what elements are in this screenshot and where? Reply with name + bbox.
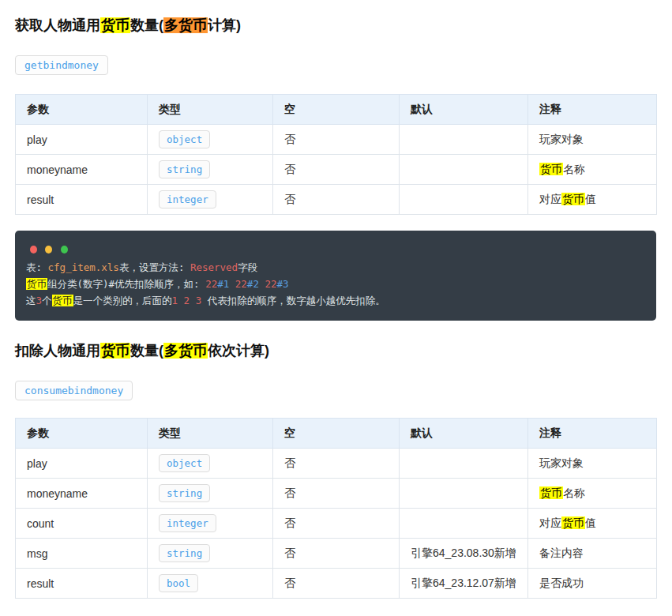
title-text: 扣除人物通用	[15, 343, 100, 359]
table-header-row: 参数 类型 空 默认 注释	[16, 419, 657, 449]
params-table-1: 参数 类型 空 默认 注释 play object 否 玩家对象 moneyna…	[15, 94, 657, 215]
title-text: 获取人物通用	[15, 17, 100, 33]
param-name: msg	[16, 539, 148, 569]
highlight-yellow: 货币	[100, 343, 130, 359]
highlight-yellow: 货币	[561, 193, 585, 205]
param-nullable: 否	[273, 155, 400, 185]
param-nullable: 否	[273, 479, 400, 509]
param-name: moneyname	[16, 479, 148, 509]
table-row: result bool 否 引擎64_23.12.07新增 是否成功	[16, 569, 657, 599]
table-row: moneyname string 否 货币名称	[16, 155, 657, 185]
param-comment: 货币名称	[528, 155, 657, 185]
window-dots	[30, 242, 644, 250]
title-text: 数量(	[130, 343, 163, 359]
param-nullable: 否	[273, 539, 400, 569]
type-badge: object	[159, 454, 210, 472]
highlight-yellow: 货币	[52, 295, 73, 306]
table-header-row: 参数 类型 空 默认 注释	[16, 95, 657, 125]
param-comment: 备注内容	[528, 539, 657, 569]
param-type-cell: object	[148, 125, 273, 155]
param-comment: 对应货币值	[528, 185, 657, 215]
api-name-tag-getbindmoney: getbindmoney	[15, 55, 108, 75]
param-default: 引擎64_23.12.07新增	[400, 569, 528, 599]
table-row: play object 否 玩家对象	[16, 125, 657, 155]
param-default	[400, 509, 528, 539]
param-name: play	[16, 449, 148, 479]
param-default	[400, 125, 528, 155]
table-row: play object 否 玩家对象	[16, 449, 657, 479]
param-type-cell: integer	[148, 185, 273, 215]
param-default: 引擎64_23.08.30新增	[400, 539, 528, 569]
param-type-cell: string	[148, 539, 273, 569]
window-dot-yellow-icon	[45, 246, 52, 254]
param-name: result	[16, 569, 148, 599]
type-badge: string	[159, 484, 210, 502]
title-text: 依次计算)	[208, 343, 269, 359]
col-header-type: 类型	[148, 95, 273, 125]
type-badge: string	[159, 160, 210, 178]
params-table-2: 参数 类型 空 默认 注释 play object 否 玩家对象 moneyna…	[15, 418, 657, 599]
param-default	[400, 155, 528, 185]
window-dot-red-icon	[30, 246, 37, 254]
highlight-yellow: 货币	[100, 17, 130, 33]
param-nullable: 否	[273, 449, 400, 479]
param-type-cell: integer	[148, 509, 273, 539]
col-header-nullable: 空	[273, 95, 400, 125]
table-row: count integer 否 对应货币值	[16, 509, 657, 539]
type-badge: integer	[159, 190, 216, 208]
code-line-3: 这3个货币是一个类别的，后面的1 2 3 代表扣除的顺序，数字越小越优先扣除。	[26, 292, 644, 309]
param-comment: 玩家对象	[528, 125, 657, 155]
col-header-nullable: 空	[273, 419, 400, 449]
param-nullable: 否	[273, 125, 400, 155]
highlight-orange: 多货币	[163, 17, 208, 33]
col-header-default: 默认	[400, 95, 528, 125]
param-comment: 是否成功	[528, 569, 657, 599]
param-comment: 玩家对象	[528, 449, 657, 479]
table-row: msg string 否 引擎64_23.08.30新增 备注内容	[16, 539, 657, 569]
highlight-yellow: 货币	[561, 516, 585, 529]
highlight-yellow: 货币	[26, 278, 47, 290]
section1-title: 获取人物通用货币数量(多货币计算)	[15, 16, 657, 35]
table-row: moneyname string 否 货币名称	[16, 479, 657, 509]
section2-title: 扣除人物通用货币数量(多货币依次计算)	[15, 341, 657, 360]
code-line-1: 表: cfg_item.xls表，设置方法: Reserved字段	[26, 259, 644, 276]
param-name: result	[16, 185, 148, 215]
col-header-default: 默认	[400, 419, 528, 449]
param-nullable: 否	[273, 185, 400, 215]
param-default	[400, 185, 528, 215]
api-name-tag-consumebindmoney: consumebindmoney	[15, 381, 133, 400]
highlight-yellow: 货币	[539, 163, 563, 175]
table-row: result integer 否 对应货币值	[16, 185, 657, 215]
param-type-cell: string	[148, 479, 273, 509]
param-default	[400, 479, 528, 509]
type-badge: integer	[159, 514, 216, 532]
col-header-comment: 注释	[528, 419, 657, 449]
param-default	[400, 449, 528, 479]
param-type-cell: string	[148, 155, 273, 185]
param-type-cell: bool	[148, 569, 273, 599]
type-badge: bool	[159, 574, 198, 592]
highlight-yellow: 货币	[539, 486, 563, 499]
window-dot-green-icon	[61, 246, 68, 254]
code-note-block: 表: cfg_item.xls表，设置方法: Reserved字段 货币组分类(…	[15, 231, 656, 321]
title-text: 数量(	[130, 17, 163, 33]
col-header-param: 参数	[16, 419, 148, 449]
param-name: moneyname	[16, 155, 148, 185]
param-comment: 货币名称	[528, 479, 657, 509]
col-header-type: 类型	[148, 419, 273, 449]
param-nullable: 否	[273, 569, 400, 599]
param-type-cell: object	[148, 449, 273, 479]
doc-page: 获取人物通用货币数量(多货币计算) getbindmoney 参数 类型 空 默…	[0, 0, 672, 599]
param-nullable: 否	[273, 509, 400, 539]
type-badge: string	[159, 544, 210, 562]
col-header-comment: 注释	[528, 95, 657, 125]
type-badge: object	[159, 130, 210, 148]
param-name: play	[16, 125, 148, 155]
code-line-2: 货币组分类(数字)#优先扣除顺序，如: 22#1 22#2 22#3	[26, 276, 644, 292]
highlight-yellow: 多货币	[163, 343, 208, 359]
title-text: 计算)	[208, 17, 241, 33]
param-name: count	[16, 509, 148, 539]
param-comment: 对应货币值	[528, 509, 657, 539]
col-header-param: 参数	[16, 95, 148, 125]
